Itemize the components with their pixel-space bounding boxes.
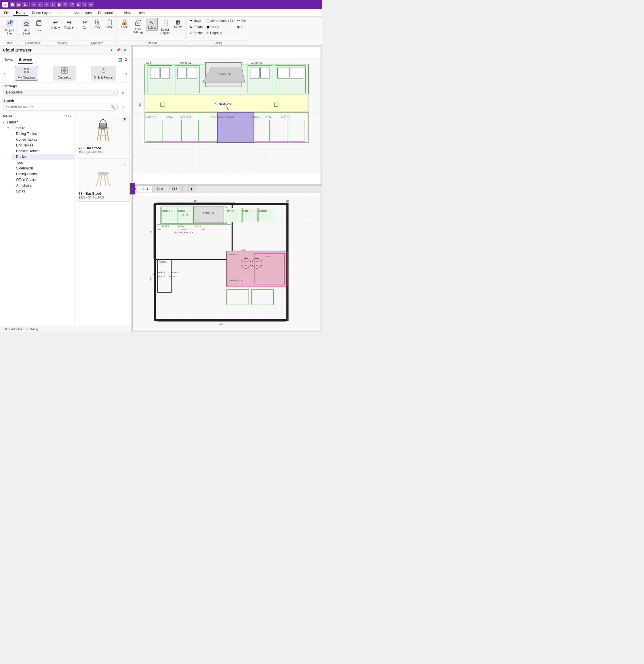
menu-annotations[interactable]: Annotations	[70, 11, 95, 16]
menu-presentation[interactable]: Presentation	[95, 11, 120, 16]
paste-button[interactable]: 📋 Paste	[103, 18, 115, 30]
menu-room-layout[interactable]: Room Layout	[29, 11, 55, 16]
undo-icon[interactable]: ↩	[32, 2, 37, 7]
menu-help[interactable]: Help	[135, 11, 148, 16]
result-dims-73: 19.3 x 33.4 x 18.0	[79, 195, 127, 199]
local-button[interactable]: Local	[33, 18, 45, 34]
canvas-bottom[interactable]: W3636-GL BCT21L BCT24 BCT18L BCT18R BCT2…	[132, 193, 321, 331]
svg-text:BCT18LBF: BCT18LBF	[181, 116, 192, 119]
search-input[interactable]	[6, 105, 110, 109]
tree-tops[interactable]: Tops	[12, 160, 75, 165]
save-icon[interactable]: 💾	[22, 2, 28, 7]
search-star-icon[interactable]: ☆	[120, 103, 127, 111]
tree-desks[interactable]: Desks	[12, 154, 75, 160]
layers-icon[interactable]: ⊞	[76, 2, 81, 7]
tree-furniture[interactable]: ▼ Furniture	[7, 125, 75, 131]
edit-button[interactable]: ✏ Edit	[236, 18, 248, 24]
nav-next-arrow[interactable]: ›	[123, 69, 130, 78]
unpin-icon[interactable]: 📌	[116, 47, 121, 53]
close-panel-icon[interactable]: ✕	[122, 47, 128, 53]
tree-sofas[interactable]: › Sofas	[12, 188, 75, 194]
select-region-button[interactable]: ↖ SelectRegion	[158, 18, 171, 36]
redo-icon[interactable]: ↪	[38, 2, 43, 7]
copy-titlebar-icon[interactable]: ⎘	[50, 2, 56, 7]
menu-home[interactable]: Home	[13, 10, 28, 16]
tree-armchairs[interactable]: Armchairs	[12, 183, 75, 188]
tab-browse[interactable]: Browse	[18, 56, 33, 64]
tree-bedside-tables[interactable]: Bedside Tables	[12, 148, 75, 154]
mirror-icon: ◫	[206, 19, 209, 23]
mirror-items-button[interactable]: ◫ Mirror Items / Ec	[205, 18, 235, 24]
paste-label: Paste	[106, 26, 113, 29]
delete-button[interactable]: 🗑 Delete	[172, 18, 184, 30]
category-sink-faucet[interactable]: Sink & Faucet	[91, 66, 116, 81]
catalog-selector[interactable]: Decorative ›	[3, 89, 118, 96]
copy-label: Copy	[94, 26, 100, 29]
svg-line-27	[104, 129, 106, 141]
cut-button[interactable]: ✂ Cut	[79, 18, 91, 31]
open-icon[interactable]: 📂	[16, 2, 21, 7]
result-bar-stool-73[interactable]: ☆	[76, 159, 130, 202]
tab-news[interactable]: News	[3, 56, 14, 64]
catalog-filter-icon[interactable]: ⊎	[120, 88, 127, 96]
tree-coffee-tables[interactable]: Coffee Tables	[12, 137, 75, 142]
svg-text:ST1301_36: ST1301_36	[216, 72, 230, 75]
zoom-in-icon[interactable]: 🔎	[69, 2, 75, 7]
ungroup-button[interactable]: ⊞ Ungroup	[205, 30, 235, 36]
paste-titlebar-icon[interactable]: 📋	[57, 2, 62, 7]
flex-cloud-button[interactable]: FL FlexCloud	[20, 18, 32, 37]
category-my-catalogs[interactable]: My Catalogs	[15, 66, 38, 81]
lock-settings-button[interactable]: LockSettings	[131, 18, 145, 35]
documents-group-label: Documents	[20, 41, 45, 45]
tab-el3[interactable]: El 3	[168, 186, 182, 192]
li-button[interactable]: ◎ Li	[236, 24, 248, 29]
tree-office-chairs[interactable]: Office Chairs	[12, 177, 75, 183]
undo-button[interactable]: ↩ Undo ▾	[49, 18, 62, 31]
copy-button[interactable]: ⎘ Copy	[91, 18, 103, 30]
more-icon[interactable]: ▾	[88, 2, 94, 7]
center-button[interactable]: ⊕ Center	[188, 30, 204, 36]
tab-el2[interactable]: El 2	[153, 186, 167, 192]
tab-el4[interactable]: El 4	[183, 186, 196, 192]
tree-end-tables[interactable]: End Tables	[12, 142, 75, 148]
search-magnifier-icon[interactable]: 🔍	[110, 105, 115, 109]
svg-rect-62	[291, 68, 303, 78]
svg-rect-21	[103, 72, 104, 74]
canvas-top[interactable]: ST1301_36 WF3 W3636-GL W3636-GL	[132, 47, 321, 185]
title-bar: DF 📄 📂 💾 ↩ ↪ ✂ ⎘ 📋 🔍 🔎 ⊞ ⬡ ▾	[0, 0, 322, 9]
undo-label: Undo ▾	[50, 26, 60, 29]
result-bar-stool-72[interactable]: ★	[76, 113, 130, 156]
category-cabinetry[interactable]: Cabinetry	[53, 66, 76, 81]
cut-icon[interactable]: ✂	[44, 2, 49, 7]
lock-button[interactable]: 🔒 Lock	[119, 18, 130, 30]
redo-button[interactable]: ↪ Redo ▾	[62, 18, 76, 31]
settings-icon[interactable]: ⚙	[124, 57, 128, 62]
ungroup-icon: ⊞	[206, 31, 209, 35]
share-icon[interactable]: ⬡	[82, 2, 87, 7]
nav-prev-arrow[interactable]: ‹	[1, 69, 8, 78]
menu-items[interactable]: Items	[56, 11, 70, 16]
list-view-icon[interactable]: ▤	[118, 57, 122, 62]
tree-dining-tables[interactable]: › Dining Tables	[12, 131, 75, 137]
menu-file[interactable]: File	[1, 11, 13, 16]
star-icon-73[interactable]: ☆	[123, 162, 127, 167]
select-button[interactable]: ↖ Select	[146, 18, 158, 31]
rotate-button[interactable]: ↻ Rotate	[188, 24, 204, 29]
group-button[interactable]: ▣ Group	[205, 24, 235, 29]
svg-rect-31	[101, 173, 105, 174]
undo-icon: ↩	[53, 19, 58, 26]
project-info-button[interactable]: Fx i ProjectInfo	[3, 18, 16, 37]
menu-view[interactable]: View	[121, 11, 134, 16]
tree-dining-chairs[interactable]: Dining Chairs	[12, 171, 75, 177]
star-icon-72[interactable]: ★	[123, 116, 127, 122]
move-button[interactable]: ✛ Move	[188, 18, 204, 24]
center-label: Center	[193, 31, 203, 35]
tree-sideboards[interactable]: Sideboards	[12, 165, 75, 171]
tree-furnish[interactable]: ▼ Furnish	[2, 119, 75, 125]
find-icon[interactable]: 🔍	[63, 2, 68, 7]
pin-icon[interactable]: ▾	[108, 47, 114, 53]
new-icon[interactable]: 📄	[10, 2, 15, 7]
canvas-tabs: ‹ El 1 El 2 El 3 El 4	[131, 185, 322, 192]
svg-rect-23	[101, 128, 105, 129]
tab-el1[interactable]: El 1	[138, 186, 152, 192]
